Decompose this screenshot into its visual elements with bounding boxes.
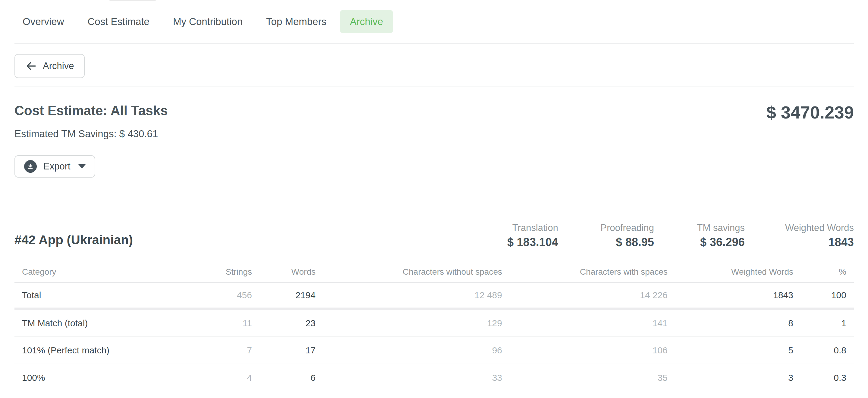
back-button-label: Archive bbox=[43, 61, 74, 71]
col-header-strings: Strings bbox=[144, 267, 252, 277]
page-title: Cost Estimate: All Tasks bbox=[14, 102, 168, 120]
tab-bar: Overview Cost Estimate My Contribution T… bbox=[14, 0, 854, 44]
table-header-row: Category Strings Words Characters withou… bbox=[14, 262, 854, 283]
arrow-left-icon bbox=[25, 60, 37, 72]
col-header-chars-with-spaces: Characters with spaces bbox=[502, 267, 668, 277]
cost-estimate-page: Overview Cost Estimate My Contribution T… bbox=[0, 0, 868, 398]
cell-chars-without-spaces: 12 489 bbox=[315, 290, 502, 300]
cell-chars-with-spaces: 14 226 bbox=[502, 290, 668, 300]
table-row-tm-match: TM Match (total) 11 23 129 141 8 1 bbox=[14, 310, 854, 337]
project-stats: Translation $ 183.104 Proofreading $ 88.… bbox=[468, 222, 854, 250]
chevron-down-icon bbox=[79, 164, 86, 169]
cutoff-element-edge bbox=[110, 0, 156, 1]
stat-value: $ 36.296 bbox=[654, 234, 745, 250]
tab-my-contribution[interactable]: My Contribution bbox=[173, 10, 243, 33]
cost-estimate-table: Category Strings Words Characters withou… bbox=[14, 262, 854, 391]
col-header-category: Category bbox=[14, 267, 144, 277]
col-header-percent: % bbox=[793, 267, 846, 277]
cell-percent: 100 bbox=[793, 290, 846, 300]
col-header-weighted-words: Weighted Words bbox=[668, 267, 793, 277]
cell-chars-with-spaces: 35 bbox=[502, 373, 668, 383]
cell-chars-without-spaces: 129 bbox=[315, 318, 502, 328]
cell-strings: 4 bbox=[144, 373, 252, 383]
export-button[interactable]: Export bbox=[14, 155, 95, 178]
cell-weighted-words: 5 bbox=[668, 345, 793, 356]
back-to-archive-button[interactable]: Archive bbox=[14, 54, 85, 78]
stat-label: Translation bbox=[468, 222, 558, 234]
cell-strings: 11 bbox=[144, 318, 252, 328]
cell-chars-without-spaces: 33 bbox=[315, 373, 502, 383]
divider bbox=[14, 193, 854, 193]
cell-category: TM Match (total) bbox=[14, 318, 144, 328]
stat-label: Proofreading bbox=[558, 222, 654, 234]
cell-words: 17 bbox=[252, 345, 315, 356]
stat-value: 1843 bbox=[745, 234, 854, 250]
cell-words: 2194 bbox=[252, 290, 315, 300]
tab-overview[interactable]: Overview bbox=[23, 10, 64, 33]
col-header-chars-without-spaces: Characters without spaces bbox=[315, 267, 502, 277]
cell-chars-with-spaces: 106 bbox=[502, 345, 668, 356]
table-row-100: 100% 4 6 33 35 3 0.3 bbox=[14, 364, 854, 391]
download-icon bbox=[24, 160, 37, 173]
tab-cost-estimate[interactable]: Cost Estimate bbox=[88, 10, 150, 33]
cell-percent: 1 bbox=[793, 318, 846, 328]
stat-value: $ 88.95 bbox=[558, 234, 654, 250]
cell-category: 101% (Perfect match) bbox=[14, 345, 144, 356]
cell-strings: 456 bbox=[144, 290, 252, 300]
main-content: Archive Cost Estimate: All Tasks $ 3470.… bbox=[14, 44, 854, 391]
table-row-total: Total 456 2194 12 489 14 226 1843 100 bbox=[14, 283, 854, 310]
cell-words: 23 bbox=[252, 318, 315, 328]
estimated-tm-savings: Estimated TM Savings: $ 430.61 bbox=[14, 128, 854, 140]
stat-proofreading: Proofreading $ 88.95 bbox=[558, 222, 654, 250]
stat-translation: Translation $ 183.104 bbox=[468, 222, 558, 250]
cell-weighted-words: 8 bbox=[668, 318, 793, 328]
cell-category: Total bbox=[14, 290, 144, 300]
project-title: #42 App (Ukrainian) bbox=[14, 232, 468, 250]
stat-label: TM savings bbox=[654, 222, 745, 234]
cell-percent: 0.3 bbox=[793, 373, 846, 383]
cell-words: 6 bbox=[252, 373, 315, 383]
stat-label: Weighted Words bbox=[745, 222, 854, 234]
col-header-words: Words bbox=[252, 267, 315, 277]
cell-weighted-words: 3 bbox=[668, 373, 793, 383]
table-row-101-perfect-match: 101% (Perfect match) 7 17 96 106 5 0.8 bbox=[14, 337, 854, 364]
tab-archive[interactable]: Archive bbox=[340, 10, 393, 33]
stat-value: $ 183.104 bbox=[468, 234, 558, 250]
cell-percent: 0.8 bbox=[793, 345, 846, 356]
cell-chars-without-spaces: 96 bbox=[315, 345, 502, 356]
stat-weighted-words: Weighted Words 1843 bbox=[745, 222, 854, 250]
tab-top-members[interactable]: Top Members bbox=[266, 10, 327, 33]
cell-weighted-words: 1843 bbox=[668, 290, 793, 300]
divider bbox=[14, 87, 854, 87]
cell-chars-with-spaces: 141 bbox=[502, 318, 668, 328]
export-button-label: Export bbox=[43, 161, 70, 172]
cell-strings: 7 bbox=[144, 345, 252, 356]
stat-tm-savings: TM savings $ 36.296 bbox=[654, 222, 745, 250]
cell-category: 100% bbox=[14, 373, 144, 383]
grand-total-amount: $ 3470.239 bbox=[767, 102, 854, 123]
